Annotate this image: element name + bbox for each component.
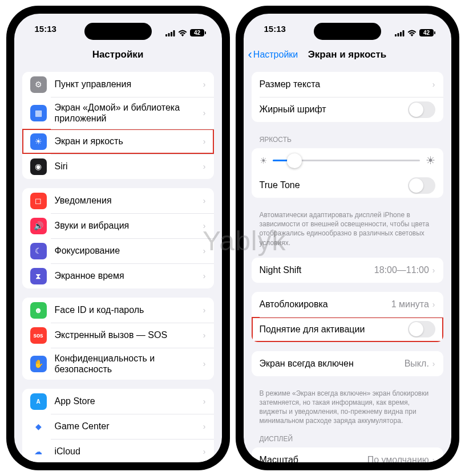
svg-text:42: 42 [193, 30, 200, 36]
row-display-brightness[interactable]: ☀Экран и яркость› [22, 129, 214, 154]
face-id-icon: ☻ [30, 302, 47, 319]
svg-rect-0 [165, 34, 167, 36]
true-tone-label: True Tone [260, 180, 408, 190]
chevron-right-icon: › [203, 331, 206, 340]
chevron-left-icon: ‹ [248, 47, 252, 62]
row-control-center[interactable]: ⚙Пункт управления› [22, 72, 214, 97]
row-focus[interactable]: ☾Фокусирование› [22, 238, 214, 263]
battery-icon: 42 [419, 29, 435, 38]
siri-icon: ◉ [30, 158, 47, 175]
face-id-label: Face ID и код-пароль [55, 304, 200, 315]
row-text-size[interactable]: Размер текста › [252, 72, 443, 97]
privacy-label: Конфиденциальность и безопасность [55, 353, 200, 375]
svg-text:42: 42 [423, 30, 430, 36]
row-auto-lock[interactable]: Автоблокировка 1 минута › [252, 292, 443, 317]
signal-icon [165, 29, 175, 38]
focus-icon: ☾ [30, 243, 47, 259]
chevron-right-icon: › [203, 80, 206, 89]
settings-list[interactable]: ⚙Пункт управления›▦Экран «Домой» и библи… [14, 67, 222, 462]
svg-rect-1 [168, 33, 169, 36]
row-zoom[interactable]: Масштаб По умолчанию › [252, 447, 443, 463]
chevron-right-icon: › [432, 359, 435, 368]
page-title: Настройки [92, 49, 144, 60]
svg-rect-9 [400, 32, 402, 36]
always-on-value: Выкл. [405, 359, 429, 369]
wifi-icon [178, 29, 187, 38]
svg-rect-5 [205, 31, 206, 34]
siri-label: Siri [55, 161, 200, 172]
navbar-right: ‹ Настройки Экран и яркость [244, 42, 451, 67]
row-screen-time[interactable]: ⧗Экранное время› [22, 263, 214, 288]
brightness-slider[interactable] [273, 160, 420, 161]
battery-icon: 42 [190, 29, 206, 38]
chevron-right-icon: › [203, 359, 206, 368]
auto-lock-label: Автоблокировка [260, 299, 391, 310]
svg-rect-7 [395, 34, 397, 36]
row-icloud[interactable]: ☁iCloud› [22, 439, 214, 462]
display-settings-list[interactable]: Размер текста › Жирный шрифт ЯРКОСТЬ ☀︎ … [244, 67, 451, 462]
chevron-right-icon: › [432, 266, 435, 275]
zoom-value: По умолчанию [367, 455, 429, 463]
night-shift-value: 18:00—11:00 [374, 265, 429, 275]
row-face-id[interactable]: ☻Face ID и код-пароль› [22, 298, 214, 323]
display-header: ДИСПЛЕЙ [244, 430, 451, 444]
always-on-footer: В режиме «Экран всегда включен» экран бл… [244, 385, 451, 427]
svg-rect-10 [402, 30, 404, 36]
wifi-icon [407, 29, 417, 38]
back-label: Настройки [253, 50, 298, 60]
svg-rect-3 [173, 30, 175, 36]
page-title: Экран и яркость [308, 49, 387, 60]
row-raise-to-wake[interactable]: Поднятие для активации [252, 317, 443, 342]
row-true-tone[interactable]: True Tone [252, 173, 443, 198]
row-sos[interactable]: sosЭкстренный вызов — SOS› [22, 323, 214, 348]
status-time: 15:13 [264, 24, 286, 42]
raise-to-wake-label: Поднятие для активации [260, 324, 408, 335]
brightness-slider-row: ☀︎ ☀︎ [252, 148, 443, 173]
chevron-right-icon: › [203, 397, 206, 406]
sun-small-icon: ☀︎ [260, 156, 267, 166]
notifications-label: Уведомления [55, 195, 200, 206]
row-siri[interactable]: ◉Siri› [22, 154, 214, 179]
brightness-header: ЯРКОСТЬ [244, 131, 451, 145]
raise-to-wake-toggle[interactable] [408, 321, 435, 337]
chevron-right-icon: › [203, 137, 206, 146]
row-game-center[interactable]: ◆Game Center› [22, 414, 214, 439]
chevron-right-icon: › [432, 455, 435, 463]
icloud-label: iCloud [55, 446, 200, 457]
true-tone-toggle[interactable] [408, 177, 435, 194]
chevron-right-icon: › [432, 80, 435, 89]
row-sounds[interactable]: 🔊Звуки и вибрация› [22, 213, 214, 238]
display-brightness-icon: ☀ [30, 133, 47, 150]
sounds-icon: 🔊 [30, 218, 47, 234]
chevron-right-icon: › [432, 300, 435, 309]
row-always-on[interactable]: Экран всегда включен Выкл. › [252, 351, 443, 376]
always-on-label: Экран всегда включен [260, 358, 405, 369]
status-time: 15:13 [35, 24, 56, 42]
sounds-label: Звуки и вибрация [55, 220, 200, 231]
phone-left: 15:13 42 Настройки ⚙Пункт управления›▦Эк… [6, 6, 230, 470]
row-night-shift[interactable]: Night Shift 18:00—11:00 › [252, 258, 443, 283]
row-app-store[interactable]: AApp Store› [22, 389, 214, 414]
auto-lock-value: 1 минута [391, 299, 429, 310]
chevron-right-icon: › [203, 246, 206, 255]
dynamic-island [314, 23, 381, 40]
text-size-label: Размер текста [260, 79, 429, 89]
app-store-label: App Store [55, 396, 200, 406]
night-shift-label: Night Shift [260, 265, 374, 275]
chevron-right-icon: › [203, 306, 206, 315]
chevron-right-icon: › [203, 221, 206, 230]
svg-rect-2 [171, 32, 172, 36]
row-privacy[interactable]: ✋Конфиденциальность и безопасность› [22, 348, 214, 380]
bold-text-toggle[interactable] [408, 101, 435, 118]
back-button[interactable]: ‹ Настройки [248, 47, 298, 62]
game-center-icon: ◆ [30, 418, 47, 435]
row-bold-text[interactable]: Жирный шрифт [252, 97, 443, 122]
control-center-label: Пункт управления [55, 79, 200, 89]
dynamic-island [84, 23, 152, 40]
screen-time-label: Экранное время [55, 270, 200, 281]
row-home-screen[interactable]: ▦Экран «Домой» и библиотека приложений› [22, 97, 214, 129]
zoom-label: Масштаб [260, 454, 367, 462]
game-center-label: Game Center [55, 421, 200, 432]
true-tone-footer: Автоматически адаптировать дисплей iPhon… [244, 207, 451, 249]
row-notifications[interactable]: ◻Уведомления› [22, 188, 214, 213]
